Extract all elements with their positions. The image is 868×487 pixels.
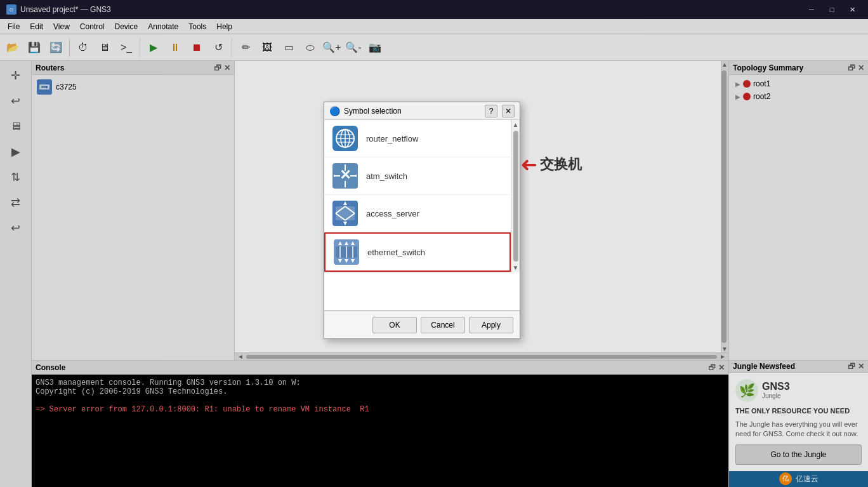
dialog-close-button[interactable]: ✕ [502, 105, 515, 117]
svg-rect-25 [336, 206, 355, 220]
sym-label-atm-switch: atm_switch [366, 171, 407, 181]
sym-icon-atm-switch: ✕ [329, 160, 361, 192]
symbol-item-router-netflow[interactable]: router_netflow [324, 120, 511, 157]
dialog-titlebar: 🔵 Symbol selection ? ✕ [324, 102, 520, 120]
sym-label-ethernet-switch: ethernet_switch [367, 248, 425, 257]
dialog-icon: 🔵 [329, 106, 340, 116]
symbol-item-access-server[interactable]: access_server [324, 195, 511, 232]
symbol-preview [324, 272, 520, 310]
red-arrow-icon: ➜ [520, 152, 537, 177]
dialog-buttons-top: ? ✕ [485, 105, 515, 117]
ok-button[interactable]: OK [372, 317, 417, 333]
dialog-buttons-row: OK Cancel Apply [324, 310, 520, 338]
symbol-list[interactable]: router_netflow ✕ [324, 120, 511, 272]
dialog-help-button[interactable]: ? [485, 105, 497, 117]
dialog-list-area: router_netflow ✕ [324, 120, 520, 272]
dialog-overlay: 🔵 Symbol selection ? ✕ [0, 0, 868, 487]
dialog-title-left: 🔵 Symbol selection [329, 106, 402, 116]
apply-button[interactable]: Apply [469, 317, 513, 333]
sym-icon-router-netflow [329, 123, 361, 154]
sym-label-access-server: access_server [366, 209, 419, 218]
dialog-scroll-thumb[interactable] [513, 131, 518, 262]
dialog-body: router_netflow ✕ [324, 120, 520, 310]
sym-label-router-netflow: router_netflow [366, 134, 418, 143]
symbol-item-ethernet-switch[interactable]: ethernet_switch [324, 232, 511, 272]
symbol-dialog: 🔵 Symbol selection ? ✕ [324, 102, 520, 339]
cancel-button[interactable]: Cancel [421, 317, 465, 333]
sym-icon-ethernet-switch [331, 236, 362, 268]
dialog-scroll-down[interactable]: ▼ [513, 264, 519, 271]
dialog-scroll-up[interactable]: ▲ [513, 121, 519, 128]
chinese-label: 交换机 [540, 155, 582, 174]
arrow-annotation: ➜ 交换机 [520, 152, 582, 177]
dialog-title: Symbol selection [344, 107, 402, 116]
symbol-item-atm-switch[interactable]: ✕ atm_switch [324, 157, 511, 195]
dialog-scrollbar[interactable]: ▲ ▼ [511, 120, 520, 272]
sym-icon-access-server [329, 197, 361, 229]
